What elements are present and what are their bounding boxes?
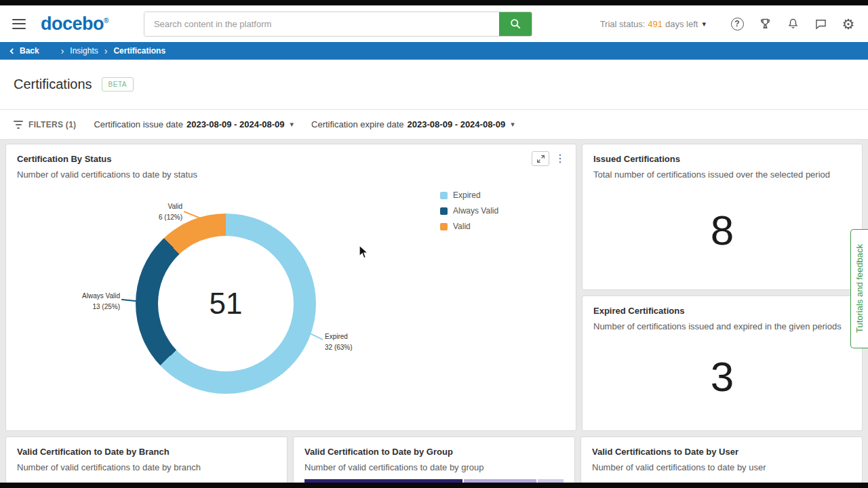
legend-swatch [440, 192, 448, 199]
status-donut-chart: 51 [136, 214, 316, 394]
breadcrumb: › Insights › Certifications [61, 46, 165, 56]
trial-status-dropdown[interactable]: Trial status: 491 days left ▾ [600, 19, 706, 29]
bell-icon [786, 17, 800, 31]
dashboard-content: Certification By Status Number of valid … [0, 140, 868, 488]
card-subtitle: Total number of certifications issued ov… [593, 169, 851, 180]
chart-legend: Expired Always Valid Valid [440, 190, 498, 231]
messages-button[interactable] [813, 16, 828, 31]
chat-icon [814, 17, 828, 31]
card-title: Valid Certification to Date by Branch [17, 447, 276, 457]
expired-count-value: 3 [593, 331, 851, 421]
breadcrumb-insights[interactable]: Insights [70, 46, 98, 56]
legend-swatch [440, 223, 448, 230]
card-title: Valid Certification to Date by Group [304, 447, 564, 457]
card-actions: ⋮ [532, 151, 568, 166]
kpi-column: Issued Certifications Total number of ce… [582, 144, 863, 431]
legend-swatch [440, 207, 448, 215]
expire-date-value: 2023-08-09 - 2024-08-09 [408, 119, 506, 129]
tutorials-feedback-label: Tutorials and feedback [854, 244, 865, 333]
issue-date-label: Certification issue date [94, 119, 183, 129]
card-subtitle: Number of valid certifications to date b… [17, 462, 276, 472]
search-button[interactable] [499, 12, 532, 36]
filter-icon [14, 121, 23, 129]
slice-label-always-valid: Always Valid 13 (25%) [45, 291, 120, 312]
legend-item-always-valid[interactable]: Always Valid [440, 206, 498, 216]
back-label: Back [20, 46, 39, 56]
issue-date-value: 2023-08-09 - 2024-08-09 [186, 119, 285, 129]
expand-icon [536, 155, 545, 163]
certification-by-status-card: Certification By Status Number of valid … [5, 144, 576, 431]
header-actions: Trial status: 491 days left ▾ ? ⚙ [600, 16, 856, 31]
card-subtitle: Number of valid certifications to date b… [592, 462, 851, 472]
platform-search [144, 12, 532, 37]
trial-suffix: days left [665, 19, 698, 29]
expire-date-filter[interactable]: Certification expire date 2023-08-09 - 2… [311, 119, 515, 129]
breadcrumb-bar: Back › Insights › Certifications [0, 42, 868, 60]
chevron-down-icon: ▾ [290, 120, 294, 129]
chevron-right-icon: › [104, 46, 108, 56]
trial-label: Trial status: [600, 19, 646, 29]
issued-certifications-card: Issued Certifications Total number of ce… [582, 144, 863, 290]
tutorials-feedback-tab[interactable]: Tutorials and feedback [850, 229, 868, 348]
card-title: Expired Certifications [593, 306, 851, 316]
help-icon: ? [731, 18, 744, 30]
chevron-down-icon: ▾ [702, 20, 706, 28]
beta-badge: BETA [102, 77, 134, 92]
filters-bar: FILTERS (1) Certification issue date 202… [0, 110, 868, 140]
card-subtitle: Number of certifications issued and expi… [593, 321, 851, 331]
expired-certifications-card: Expired Certifications Number of certifi… [582, 296, 863, 431]
registered-mark: ® [104, 17, 108, 24]
page-title-block: Certifications BETA [0, 60, 868, 110]
legend-item-expired[interactable]: Expired [440, 190, 498, 200]
page-title: Certifications [14, 77, 92, 92]
card-subtitle: Number of valid certifications to date b… [17, 169, 565, 180]
card-title: Certification By Status [17, 154, 565, 164]
valid-by-branch-card: Valid Certification to Date by Branch Nu… [5, 436, 288, 488]
help-button[interactable]: ? [730, 16, 745, 31]
bottom-black-bar [0, 483, 868, 488]
donut-total-value: 51 [210, 287, 243, 321]
chevron-left-icon [8, 47, 16, 55]
expire-date-label: Certification expire date [311, 119, 404, 129]
legend-label: Always Valid [453, 206, 498, 216]
hamburger-menu-icon[interactable] [12, 19, 26, 29]
trial-days-left: 491 [648, 19, 663, 29]
notifications-button[interactable] [785, 16, 800, 31]
back-button[interactable]: Back [0, 42, 52, 60]
trophy-icon [758, 17, 772, 31]
filters-label: FILTERS (1) [28, 120, 76, 129]
gamification-button[interactable] [757, 16, 772, 31]
expand-button[interactable] [532, 151, 549, 166]
issued-count-value: 8 [593, 180, 851, 280]
kebab-menu-button[interactable]: ⋮ [553, 153, 568, 164]
chevron-down-icon: ▾ [511, 120, 515, 129]
legend-label: Expired [453, 190, 481, 200]
breadcrumb-certifications[interactable]: Certifications [113, 46, 165, 56]
valid-by-user-card: Valid Certifications to Date by User Num… [580, 436, 863, 488]
bottom-card-row: Valid Certification to Date by Branch Nu… [5, 436, 863, 488]
search-input[interactable] [144, 12, 499, 36]
legend-label: Valid [453, 222, 471, 231]
chevron-right-icon: › [61, 46, 64, 56]
slice-label-expired: Expired 32 (63%) [325, 331, 399, 352]
valid-by-group-card: Valid Certification to Date by Group Num… [293, 436, 575, 488]
issue-date-filter[interactable]: Certification issue date 2023-08-09 - 20… [94, 119, 294, 129]
settings-button[interactable]: ⚙ [841, 16, 856, 31]
donut-hole: 51 [158, 236, 294, 371]
legend-item-valid[interactable]: Valid [440, 222, 498, 231]
search-icon [509, 17, 522, 30]
card-subtitle: Number of valid certifications to date b… [304, 462, 564, 472]
filters-toggle[interactable]: FILTERS (1) [14, 120, 76, 129]
gear-icon: ⚙ [842, 17, 855, 31]
docebo-logo[interactable]: docebo® [41, 14, 108, 35]
slice-label-valid: Valid 6 (12%) [108, 201, 182, 222]
card-title: Valid Certifications to Date by User [592, 447, 851, 457]
card-title: Issued Certifications [593, 154, 851, 164]
top-black-bar [0, 0, 868, 5]
app-header: docebo® Trial status: 491 days left ▾ ? … [0, 5, 868, 42]
